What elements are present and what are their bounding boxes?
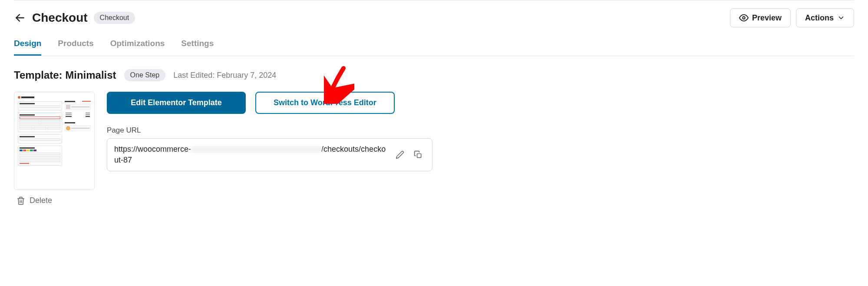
- tab-settings[interactable]: Settings: [181, 35, 214, 56]
- page-type-badge: Checkout: [94, 12, 135, 24]
- actions-button[interactable]: Actions: [796, 8, 854, 27]
- url-redacted: [191, 146, 321, 153]
- page-url-value: https://woocommerce-/checkouts/checkout-…: [114, 144, 389, 166]
- page-url-field: https://woocommerce-/checkouts/checkout-…: [107, 138, 432, 171]
- topbar-left: Checkout Checkout: [14, 11, 135, 25]
- topbar-right: Preview Actions: [730, 8, 854, 27]
- content: Template: Minimalist One Step Last Edite…: [14, 56, 854, 218]
- svg-point-1: [743, 17, 745, 19]
- edit-template-button[interactable]: Edit Elementor Template: [107, 92, 246, 114]
- tab-design[interactable]: Design: [14, 35, 41, 56]
- template-title: Template: Minimalist: [14, 69, 116, 81]
- topbar: Checkout Checkout Preview Actions: [14, 0, 854, 35]
- copy-icon: [414, 150, 422, 159]
- copy-url-button[interactable]: [411, 148, 425, 162]
- back-arrow-icon[interactable]: [14, 12, 26, 24]
- edit-url-button[interactable]: [393, 148, 407, 162]
- eye-icon: [739, 13, 749, 23]
- page-url-label: Page URL: [107, 126, 432, 135]
- preview-label: Preview: [752, 13, 782, 23]
- tab-products[interactable]: Products: [58, 35, 93, 56]
- switch-editor-button[interactable]: Switch to WordPress Editor: [255, 92, 395, 114]
- delete-button[interactable]: Delete: [14, 196, 95, 205]
- trash-icon: [17, 196, 25, 205]
- template-thumbnail[interactable]: [14, 92, 95, 190]
- svg-rect-2: [417, 154, 421, 158]
- page-title: Checkout: [32, 11, 88, 25]
- meta-row: Template: Minimalist One Step Last Edite…: [14, 69, 854, 81]
- layout-row: Delete Edit Elementor Template Switch to…: [14, 92, 854, 205]
- tabs: Design Products Optimizations Settings: [14, 35, 854, 56]
- main-column: Edit Elementor Template Switch to WordPr…: [107, 92, 432, 171]
- tab-optimizations[interactable]: Optimizations: [110, 35, 165, 56]
- url-prefix: https://woocommerce-: [114, 145, 191, 153]
- thumbnail-column: Delete: [14, 92, 95, 205]
- chevron-down-icon: [837, 14, 845, 22]
- actions-label: Actions: [805, 13, 834, 23]
- delete-label: Delete: [30, 196, 52, 205]
- step-badge: One Step: [124, 69, 166, 81]
- last-edited: Last Edited: February 7, 2024: [173, 71, 276, 80]
- pencil-icon: [396, 150, 404, 159]
- button-row: Edit Elementor Template Switch to WordPr…: [107, 92, 432, 114]
- preview-button[interactable]: Preview: [730, 8, 791, 27]
